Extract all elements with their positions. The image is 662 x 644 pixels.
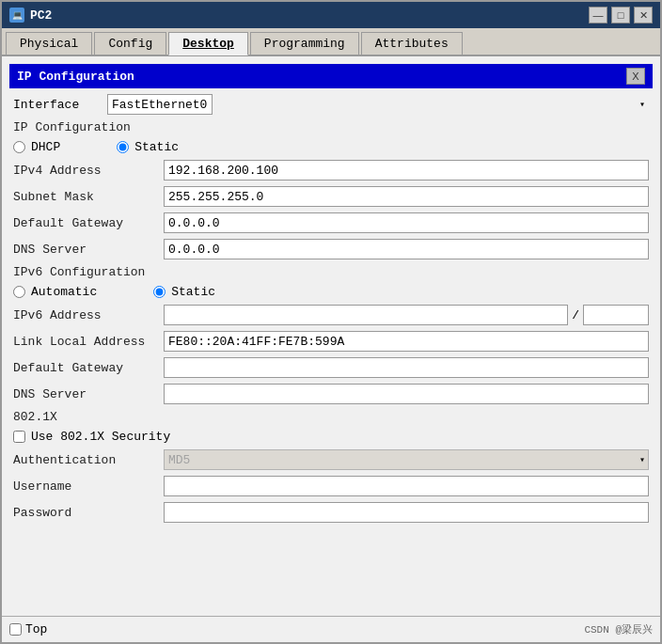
subnet-mask-value bbox=[164, 186, 649, 207]
panel-header: IP Configuration X bbox=[9, 64, 653, 88]
default-gateway-input[interactable] bbox=[164, 212, 649, 233]
ipv6-automatic-label[interactable]: Automatic bbox=[13, 285, 97, 299]
main-window: 💻 PC2 — □ ✕ Physical Config Desktop Prog… bbox=[0, 0, 662, 644]
auth-row: Authentication MD5 ▾ bbox=[9, 449, 653, 470]
auth-label: Authentication bbox=[13, 453, 164, 467]
password-label: Password bbox=[13, 506, 164, 520]
dns-server-row: DNS Server bbox=[9, 239, 653, 259]
ipv4-mode-row: DHCP Static bbox=[9, 138, 653, 156]
interface-select-arrow: ▾ bbox=[639, 99, 645, 110]
ipv6-static-radio[interactable] bbox=[153, 286, 166, 298]
dns-server-input[interactable] bbox=[164, 239, 649, 259]
password-value bbox=[164, 502, 649, 523]
ipv6-mode-row: Automatic Static bbox=[9, 283, 653, 301]
username-row: Username bbox=[9, 476, 653, 496]
interface-select[interactable]: FastEthernet0 bbox=[107, 94, 213, 115]
interface-row: Interface FastEthernet0 ▾ bbox=[9, 94, 653, 115]
ipv6-section-title: IPv6 Configuration bbox=[13, 265, 649, 279]
password-row: Password bbox=[9, 502, 653, 523]
title-bar-controls: — □ ✕ bbox=[589, 7, 653, 24]
ipv6-dns-row: DNS Server bbox=[9, 384, 653, 404]
ipv6-address-row: IPv6 Address / bbox=[9, 305, 653, 325]
link-local-input[interactable] bbox=[164, 331, 649, 352]
top-checkbox[interactable] bbox=[9, 623, 22, 636]
ipv4-address-input[interactable] bbox=[164, 160, 649, 181]
ipv6-slash: / bbox=[568, 308, 583, 322]
link-local-value bbox=[164, 331, 649, 352]
ipv6-gateway-label: Default Gateway bbox=[13, 361, 164, 375]
tab-config[interactable]: Config bbox=[94, 32, 166, 55]
ipv4-address-value bbox=[164, 160, 649, 181]
content-area: IP Configuration X Interface FastEtherne… bbox=[2, 56, 660, 616]
default-gateway-row: Default Gateway bbox=[9, 212, 653, 233]
dot1x-section-title: 802.1X bbox=[13, 410, 649, 424]
dns-server-label: DNS Server bbox=[13, 243, 164, 257]
window-icon: 💻 bbox=[9, 8, 24, 23]
title-bar-left: 💻 PC2 bbox=[9, 8, 52, 23]
static-label[interactable]: Static bbox=[117, 140, 179, 154]
static-radio[interactable] bbox=[117, 141, 129, 153]
close-button[interactable]: ✕ bbox=[634, 7, 653, 24]
ipv6-dns-label: DNS Server bbox=[13, 387, 164, 401]
watermark: CSDN @梁辰兴 bbox=[584, 622, 653, 636]
window-title: PC2 bbox=[30, 8, 52, 23]
ipv4-section-title: IP Configuration bbox=[13, 120, 649, 134]
link-local-row: Link Local Address bbox=[9, 331, 653, 352]
subnet-mask-row: Subnet Mask bbox=[9, 186, 653, 207]
panel-close-button[interactable]: X bbox=[626, 68, 645, 85]
maximize-button[interactable]: □ bbox=[611, 7, 630, 24]
tab-physical[interactable]: Physical bbox=[6, 32, 92, 55]
use-dot1x-checkbox[interactable] bbox=[13, 431, 25, 443]
interface-label: Interface bbox=[13, 98, 107, 112]
subnet-mask-label: Subnet Mask bbox=[13, 190, 164, 204]
default-gateway-label: Default Gateway bbox=[13, 216, 164, 230]
ipv6-gateway-input[interactable] bbox=[164, 357, 649, 378]
link-local-label: Link Local Address bbox=[13, 335, 164, 349]
password-input[interactable] bbox=[164, 502, 649, 523]
ipv6-address-input[interactable] bbox=[164, 305, 568, 325]
tab-desktop[interactable]: Desktop bbox=[168, 32, 248, 55]
username-value bbox=[164, 476, 649, 496]
ipv6-automatic-radio[interactable] bbox=[13, 286, 25, 298]
auth-select-wrapper: MD5 ▾ bbox=[164, 449, 649, 470]
tab-attributes[interactable]: Attributes bbox=[361, 32, 463, 55]
use-dot1x-label: Use 802.1X Security bbox=[31, 430, 170, 444]
use-dot1x-row: Use 802.1X Security bbox=[9, 428, 653, 446]
tab-bar: Physical Config Desktop Programming Attr… bbox=[2, 28, 660, 56]
username-input[interactable] bbox=[164, 476, 649, 496]
subnet-mask-input[interactable] bbox=[164, 186, 649, 207]
bottom-bar-left: Top bbox=[9, 622, 47, 636]
panel-title: IP Configuration bbox=[17, 70, 134, 84]
default-gateway-value bbox=[164, 212, 649, 233]
minimize-button[interactable]: — bbox=[589, 7, 607, 24]
interface-select-wrapper: FastEthernet0 ▾ bbox=[107, 94, 649, 115]
ipv6-gateway-value bbox=[164, 357, 649, 378]
top-checkbox-label: Top bbox=[25, 622, 47, 636]
dhcp-label[interactable]: DHCP bbox=[13, 140, 60, 154]
ipv6-prefix-input[interactable] bbox=[583, 305, 649, 325]
ipv4-address-row: IPv4 Address bbox=[9, 160, 653, 181]
ipv6-dns-value bbox=[164, 384, 649, 404]
auth-select[interactable]: MD5 bbox=[164, 449, 649, 470]
ipv6-static-label[interactable]: Static bbox=[153, 285, 215, 299]
ipv4-address-label: IPv4 Address bbox=[13, 164, 164, 178]
bottom-bar: Top CSDN @梁辰兴 bbox=[2, 616, 660, 642]
tab-programming[interactable]: Programming bbox=[250, 32, 359, 55]
dhcp-radio[interactable] bbox=[13, 141, 25, 153]
title-bar: 💻 PC2 — □ ✕ bbox=[2, 2, 660, 28]
dns-server-value bbox=[164, 239, 649, 259]
ipv6-gateway-row: Default Gateway bbox=[9, 357, 653, 378]
username-label: Username bbox=[13, 479, 164, 494]
ipv6-address-label: IPv6 Address bbox=[13, 308, 164, 322]
ipv6-dns-input[interactable] bbox=[164, 384, 649, 404]
